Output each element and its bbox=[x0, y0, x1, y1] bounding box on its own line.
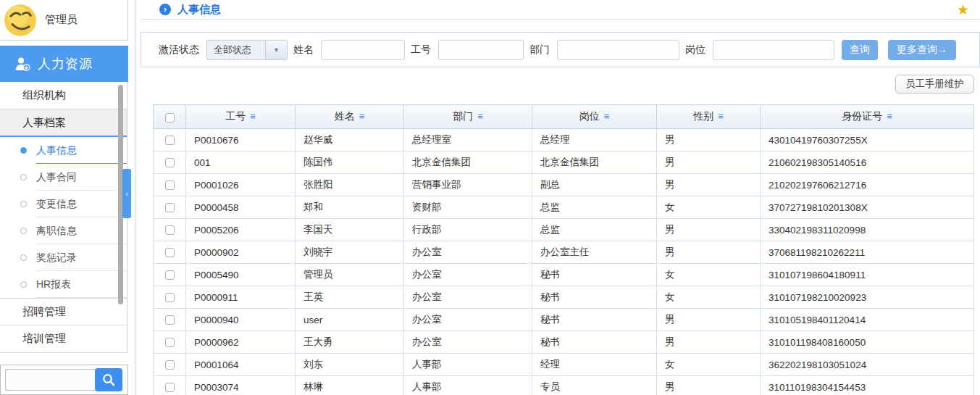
table-cell: 男 bbox=[657, 129, 761, 151]
row-checkbox[interactable] bbox=[165, 293, 175, 302]
sidebar-item-reward-record[interactable]: 奖惩记录 bbox=[0, 244, 127, 271]
table-row[interactable]: P0000458郑和资财部总监女37072719810201308X bbox=[154, 196, 974, 219]
table-cell: P0010676 bbox=[186, 129, 296, 151]
user-avatar[interactable] bbox=[4, 4, 36, 36]
name-input[interactable] bbox=[321, 40, 405, 60]
table-cell: 女 bbox=[657, 354, 761, 376]
employee-id-input[interactable] bbox=[438, 40, 524, 60]
table-cell: 经理 bbox=[532, 354, 657, 376]
table-row[interactable]: P0010676赵华威总经理室总经理男43010419760307255X bbox=[154, 129, 974, 151]
title-chevron-icon: › bbox=[159, 4, 171, 15]
collapse-arrow-icon: ‹ bbox=[125, 189, 128, 198]
employee-handbook-button[interactable]: 员工手册维护 bbox=[895, 75, 974, 93]
personnel-table: 工号≡姓名≡部门≡岗位≡性别≡身份证号≡ P0010676赵华威总经理室总经理男… bbox=[153, 104, 974, 395]
sidebar-search-panel bbox=[0, 365, 128, 395]
row-checkbox[interactable] bbox=[165, 136, 175, 145]
table-cell: 专员 bbox=[532, 376, 657, 395]
name-label: 姓名 bbox=[293, 43, 314, 57]
department-input[interactable] bbox=[557, 40, 679, 60]
row-checkbox[interactable] bbox=[165, 180, 175, 190]
table-cell: 男 bbox=[657, 174, 761, 196]
column-menu-icon[interactable]: ≡ bbox=[250, 111, 256, 122]
table-cell: 办公室 bbox=[404, 309, 532, 331]
status-select-value: 全部状态 bbox=[207, 41, 265, 59]
column-menu-icon[interactable]: ≡ bbox=[718, 111, 724, 122]
table-cell: 秘书 bbox=[532, 286, 657, 309]
table-cell: 资财部 bbox=[404, 196, 532, 219]
table-row[interactable]: P0000962王大勇办公室秘书男310101198408160050 bbox=[154, 331, 974, 354]
table-row[interactable]: P0003074林琳人事部专员男310110198304154453 bbox=[154, 376, 974, 395]
table-row[interactable]: P0005206李国天行政部总监男330402198311020998 bbox=[154, 219, 974, 241]
position-input[interactable] bbox=[713, 40, 834, 60]
status-select[interactable]: 全部状态 ▼ bbox=[206, 40, 288, 60]
column-header[interactable]: 岗位≡ bbox=[532, 105, 657, 129]
table-row[interactable]: P0005490管理员办公室秘书女310107198604180911 bbox=[154, 264, 974, 286]
radio-bullet-icon bbox=[20, 174, 27, 180]
row-checkbox[interactable] bbox=[165, 315, 175, 325]
row-checkbox[interactable] bbox=[165, 338, 175, 347]
sidebar-search-input[interactable] bbox=[5, 369, 95, 391]
sidebar-item-label: 变更信息 bbox=[36, 198, 77, 211]
page-title: 人事信息 bbox=[177, 3, 221, 17]
column-menu-icon[interactable]: ≡ bbox=[477, 111, 483, 122]
sidebar-item-label: 奖惩记录 bbox=[36, 251, 77, 265]
column-menu-icon[interactable]: ≡ bbox=[887, 111, 892, 122]
sidebar-item-label: 离职信息 bbox=[36, 225, 77, 238]
favorite-star-icon[interactable]: ★ bbox=[957, 1, 969, 18]
table-cell: 李国天 bbox=[296, 219, 404, 241]
column-header[interactable]: 身份证号≡ bbox=[761, 105, 974, 129]
table-row[interactable]: P0001064刘东人事部经理女362202198103051024 bbox=[154, 354, 974, 376]
table-cell: 男 bbox=[657, 241, 761, 264]
table-body: P0010676赵华威总经理室总经理男43010419760307255X001… bbox=[154, 129, 974, 395]
table-cell: 总经理 bbox=[532, 129, 657, 151]
column-header[interactable]: 部门≡ bbox=[404, 105, 532, 129]
column-menu-icon[interactable]: ≡ bbox=[604, 111, 610, 122]
employee-id-label: 工号 bbox=[411, 43, 431, 57]
table-row[interactable]: P0000911王英办公室秘书女310107198210020923 bbox=[154, 286, 974, 309]
column-menu-icon[interactable]: ≡ bbox=[359, 111, 365, 122]
sidebar-search-button[interactable] bbox=[95, 368, 122, 391]
sidebar-item-label: 人事档案 bbox=[22, 116, 66, 130]
table-cell: 郑和 bbox=[296, 196, 404, 219]
sidebar-item-personnel-file[interactable]: 人事档案 bbox=[0, 109, 127, 137]
row-checkbox[interactable] bbox=[165, 360, 175, 370]
query-button[interactable]: 查询 bbox=[842, 40, 878, 60]
column-header[interactable]: 工号≡ bbox=[186, 105, 296, 129]
row-checkbox[interactable] bbox=[165, 270, 175, 280]
row-checkbox[interactable] bbox=[165, 158, 175, 167]
sidebar-module-hr[interactable]: ★ 人力资源 bbox=[0, 46, 128, 82]
table-cell: 女 bbox=[657, 264, 761, 286]
table-row[interactable]: P0000902刘晓宇办公室办公室主任男370681198210262211 bbox=[154, 241, 974, 264]
sidebar-item-personnel-contract[interactable]: 人事合同 bbox=[0, 164, 127, 191]
column-header[interactable]: 姓名≡ bbox=[296, 105, 404, 129]
sidebar-item-recruitment[interactable]: 招聘管理 bbox=[0, 298, 127, 325]
sidebar-item-personnel-info[interactable]: 人事信息 bbox=[0, 137, 127, 164]
sidebar-item-organization[interactable]: 组织机构 bbox=[0, 82, 127, 109]
column-header[interactable]: 性别≡ bbox=[657, 105, 761, 129]
table-cell: 210202197606212716 bbox=[761, 174, 974, 196]
table-cell: 210602198305140516 bbox=[761, 151, 974, 174]
table-row[interactable]: P0000940user办公室秘书男310105198401120414 bbox=[154, 309, 974, 331]
table-cell: 管理员 bbox=[296, 264, 404, 286]
row-checkbox[interactable] bbox=[165, 383, 175, 392]
sidebar-collapse-handle[interactable]: ‹ bbox=[122, 169, 131, 218]
chevron-down-icon[interactable]: ▼ bbox=[265, 41, 287, 59]
table-cell: 男 bbox=[657, 309, 761, 331]
row-checkbox[interactable] bbox=[165, 225, 175, 235]
sidebar-item-label: 人事信息 bbox=[36, 144, 77, 157]
sidebar-item-resignation-info[interactable]: 离职信息 bbox=[0, 217, 127, 244]
sidebar-item-training[interactable]: 培训管理 bbox=[0, 325, 127, 353]
row-checkbox[interactable] bbox=[165, 203, 175, 212]
table-row[interactable]: P0001026张胜阳营销事业部副总男210202197606212716 bbox=[154, 174, 974, 196]
more-query-button[interactable]: 更多查询→ bbox=[888, 40, 956, 60]
sidebar-menu: 组织机构人事档案人事信息人事合同变更信息离职信息奖惩记录HR报表招聘管理培训管理 bbox=[0, 82, 127, 353]
select-all-checkbox[interactable] bbox=[165, 113, 175, 122]
table-cell: 陈国伟 bbox=[296, 151, 404, 174]
column-header-label: 岗位 bbox=[579, 110, 600, 122]
table-row[interactable]: 001陈国伟北京金信集团北京金信集团男210602198305140516 bbox=[154, 151, 974, 174]
row-checkbox[interactable] bbox=[165, 248, 175, 257]
table-cell: 总监 bbox=[532, 196, 657, 219]
sidebar-item-hr-report[interactable]: HR报表 bbox=[0, 271, 127, 298]
table-cell: 人事部 bbox=[404, 376, 532, 395]
sidebar-item-change-info[interactable]: 变更信息 bbox=[0, 191, 127, 217]
